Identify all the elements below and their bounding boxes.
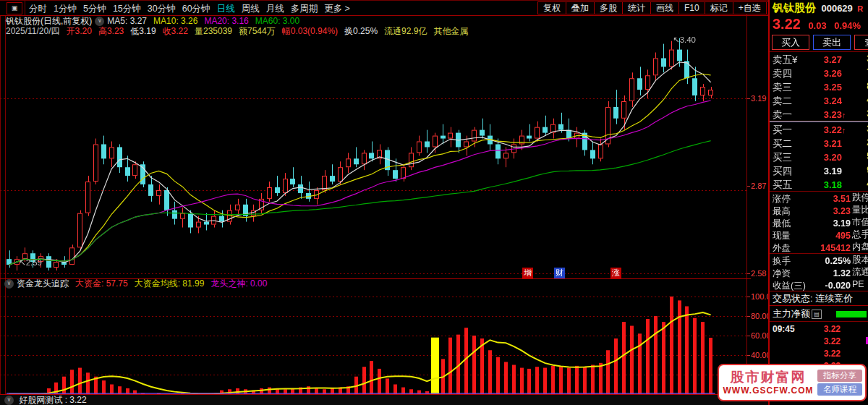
menu-item-15分钟[interactable]: 15分钟 [113, 2, 141, 16]
sell-button[interactable]: 卖出 [813, 35, 851, 50]
event-badge-财: 财 [554, 268, 565, 278]
tick-row: 09:453.22 [770, 322, 868, 334]
axis-label: 2.58 [751, 269, 766, 278]
ask-row[interactable]: 卖三3.258 [770, 80, 868, 93]
toolbar-button-画线[interactable]: 画线 [650, 1, 679, 14]
stat-row-净资: 净资1.32流通 [770, 266, 868, 278]
menu-item-多周期[interactable]: 多周期 [291, 2, 318, 16]
info-token: 额7544万 [239, 26, 276, 36]
ma-token: MA20: 3.16 [204, 16, 248, 26]
menu-item-月线[interactable]: 月线 [266, 2, 284, 16]
candlestick-chart[interactable] [0, 36, 746, 277]
indicator-token: 大资金均线: 81.99 [135, 278, 205, 289]
bottom-indicator-label: 好股网测试 : 3.22 [19, 395, 86, 405]
toolbar-button-统计[interactable]: 统计 [622, 1, 651, 14]
watermark-badges: 指标分享 名师课程 [817, 368, 865, 397]
bid-row[interactable]: 买一3.22↑3 [770, 122, 868, 136]
stat-row-现量: 现量495总手 [770, 229, 868, 241]
stat-value: 3.19 [810, 218, 851, 229]
up-arrow-icon: ↑ [842, 126, 846, 135]
quote-panel: 钒钛股份 000629 R 3.22 0.03 0.94% 买入卖出查 卖五¥3… [768, 0, 868, 405]
stock-name: 钒钛股份 [773, 1, 816, 14]
info-token: 幅0.03(0.94%) [282, 26, 338, 36]
price-row: 3.22 0.03 0.94% [770, 15, 868, 33]
trading-app-window: ▣ 分时1分钟5分钟15分钟30分钟60分钟日线周线月线多周期更多 > 复权叠加… [0, 0, 868, 405]
price-annotation: ↖2.59 [19, 257, 42, 268]
stat-label2: 内盘 [852, 241, 868, 253]
ladder-price: 3.19 [804, 164, 842, 177]
main-flow-row[interactable]: 主力净额▤ [770, 306, 868, 322]
toolbar-button-多股[interactable]: 多股 [594, 1, 623, 14]
price-change: 0.03 [808, 20, 826, 31]
main-flow-label: 主力净额 [773, 308, 810, 319]
up-arrow-icon: ↑ [842, 111, 846, 119]
ma-token: MA5: 3.27 [107, 16, 147, 26]
menu-item-分时[interactable]: 分时 [29, 2, 47, 16]
menu-item-1分钟[interactable]: 1分钟 [54, 2, 77, 16]
axis-tick [747, 186, 750, 187]
stat-label2: 股本 [852, 254, 868, 266]
toolbar-button-F10[interactable]: F10 [678, 1, 705, 14]
info-token: 高3.23 [98, 26, 124, 36]
watermark-title: 股市财富网 [719, 370, 817, 385]
quote-header: 钒钛股份 000629 R [770, 0, 868, 15]
ladder-price: 3.22 [804, 123, 842, 136]
bid-row[interactable]: 买五3.184 [770, 177, 868, 191]
stat-value: 1.32 [810, 268, 851, 278]
indicator-token: 资金龙头追踪 [17, 278, 69, 289]
chart-header-info-line: 2025/11/20/四开3.20高3.23低3.19收3.22量235039额… [6, 27, 475, 36]
toolbar-button-+自选[interactable]: +自选 [733, 1, 767, 14]
indicator-chart[interactable] [0, 289, 746, 394]
extra-button[interactable]: 查 [854, 35, 868, 50]
ladder-price: 3.21 [804, 137, 842, 150]
toolbar-button-复权[interactable]: 复权 [537, 1, 566, 14]
axis-tick [747, 297, 750, 297]
bid-row[interactable]: 买四3.199 [770, 163, 868, 177]
indicator-values: 资金龙头追踪大资金: 57.75大资金均线: 81.99龙头之神: 0.00 [17, 278, 273, 289]
stat-label: 最高 [773, 205, 810, 216]
ask-row[interactable]: 卖五¥3.273 [770, 52, 868, 66]
info-token: 低3.19 [130, 26, 156, 36]
stat-label: 现量 [773, 230, 810, 241]
window-icon[interactable]: ▣ [7, 2, 22, 14]
stat-label2: 跌停 [852, 192, 868, 204]
ladder-label: 卖二 [773, 94, 804, 107]
list-icon[interactable]: ▤ [812, 310, 822, 319]
menu-item-60分钟[interactable]: 60分钟 [182, 2, 210, 16]
info-token: 量235039 [195, 26, 232, 36]
watermark-text: 股市财富网 WWW.GSCFW.COM [719, 370, 817, 396]
info-token: 2025/11/20/四 [6, 26, 60, 36]
flow-green-bar [836, 311, 867, 317]
ask-ladder: 卖五¥3.273卖四3.267卖三3.258卖二3.244卖一3.23↑3 [770, 52, 868, 122]
bid-row[interactable]: 买二3.212 [770, 136, 868, 150]
menu-item-更多 >[interactable]: 更多 > [324, 2, 350, 16]
bottom-indicator-bar[interactable]: ∨ 好股网测试 : 3.22 [0, 394, 773, 405]
ask-row[interactable]: 卖二3.244 [770, 93, 868, 107]
menu-item-30分钟[interactable]: 30分钟 [148, 2, 176, 16]
toolbar-button-叠加[interactable]: 叠加 [566, 1, 595, 14]
ladder-label: 买三 [773, 150, 804, 163]
chevron-down-icon[interactable]: ∨ [95, 17, 104, 26]
chevron-down-icon[interactable]: ∨ [4, 279, 14, 289]
ask-row[interactable]: 卖四3.267 [770, 66, 868, 80]
toolbar-button-标记[interactable]: 标记 [705, 1, 733, 14]
menu-item-周线[interactable]: 周线 [242, 2, 260, 16]
info-token: 换0.25% [344, 26, 378, 36]
trade-status: 交易状态: 连续竞价 [770, 291, 868, 306]
chevron-down-icon[interactable]: ∨ [4, 396, 14, 405]
bid-row[interactable]: 买三3.205 [770, 150, 868, 163]
stat-label2: 总手 [852, 229, 868, 241]
ma-values: MA5: 3.27MA10: 3.26MA20: 3.16MA60: 3.00 [107, 16, 306, 26]
ask-row[interactable]: 卖一3.23↑3 [770, 107, 868, 121]
axis-label: 3.19 [751, 94, 766, 103]
price-annotation: ↖3.40 [673, 35, 696, 45]
axis-tick [747, 273, 750, 274]
menu-item-日线[interactable]: 日线 [217, 2, 235, 16]
axis-tick [747, 336, 750, 336]
stat-label2: 量比 [852, 204, 868, 216]
ladder-label: 买二 [773, 137, 804, 150]
ladder-price: 3.18 [804, 178, 842, 191]
buy-button[interactable]: 买入 [772, 35, 809, 50]
menu-item-5分钟[interactable]: 5分钟 [83, 2, 106, 16]
event-badge-增: 增 [522, 268, 533, 278]
